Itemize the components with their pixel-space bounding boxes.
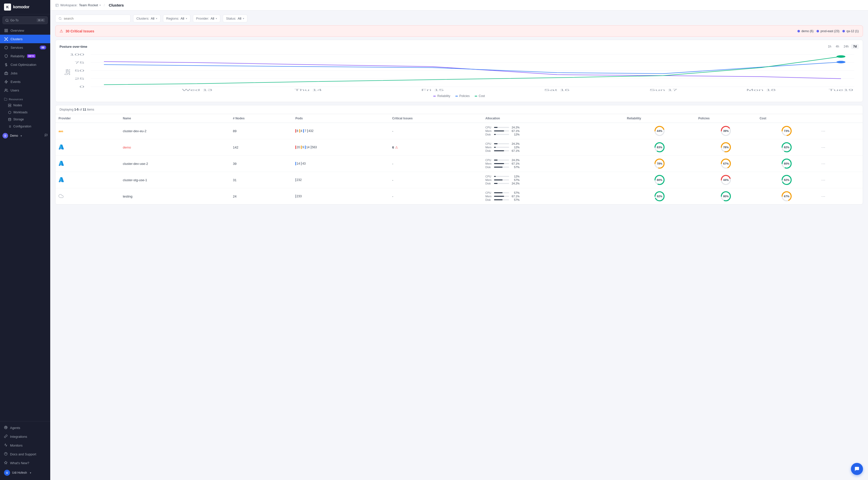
sidebar-item-users[interactable]: Users bbox=[0, 86, 50, 94]
sidebar-item-workloads[interactable]: Workloads bbox=[0, 109, 50, 116]
pods-cell-container: 20914563 bbox=[292, 139, 389, 155]
sidebar-item-clusters[interactable]: Clusters bbox=[0, 35, 50, 43]
cluster-name: testing bbox=[123, 194, 132, 198]
svg-text:Thu 14: Thu 14 bbox=[294, 89, 322, 92]
svg-rect-35 bbox=[56, 4, 59, 6]
pods-cell-container: 232 bbox=[292, 172, 389, 188]
allocation-cell-container: CPU 24.2% Mem 12% Disk 67.1% bbox=[483, 139, 624, 155]
services-label: Services bbox=[10, 46, 23, 50]
workspace-section[interactable]: D Demo ▾ bbox=[0, 131, 50, 141]
row-more-button[interactable]: ⋯ bbox=[820, 160, 827, 167]
donut-chart: 67% bbox=[781, 191, 792, 202]
critical-issues-banner: ⚠ 30 Critical Issues demo (6) prod-east … bbox=[55, 25, 863, 37]
services-badge: 88 bbox=[40, 46, 46, 50]
svg-line-12 bbox=[6, 38, 7, 38]
no-critical: - bbox=[392, 162, 393, 166]
sidebar-item-configuration[interactable]: Configuration bbox=[0, 123, 50, 130]
critical-cluster-demo[interactable]: demo (6) bbox=[798, 29, 813, 33]
cluster-name-link[interactable]: demo bbox=[123, 146, 131, 149]
sidebar-item-whats-new[interactable]: What's New? bbox=[0, 459, 50, 468]
sidebar-item-docs[interactable]: Docs and Support bbox=[0, 450, 50, 459]
sidebar-item-reliability[interactable]: Reliability BETA bbox=[0, 52, 50, 60]
table-row: testing 24 233 - CPU 57% Mem 67.1% Disk … bbox=[56, 188, 863, 205]
status-filter-value: All bbox=[238, 17, 241, 20]
sidebar-item-integrations[interactable]: Integrations bbox=[0, 432, 50, 441]
donut-value: 44% bbox=[657, 129, 662, 132]
cost-legend-dot bbox=[475, 96, 477, 96]
critical-cluster-prod-east[interactable]: prod-east (23) bbox=[816, 29, 839, 33]
keyboard-shortcut: ⌘+K bbox=[37, 18, 45, 22]
cost-cell: 67% bbox=[756, 188, 816, 205]
sidebar-item-monitors[interactable]: Monitors bbox=[0, 441, 50, 450]
allocation-cell-container: CPU 57% Mem 67.1% Disk 57% bbox=[483, 188, 624, 205]
svg-text:75: 75 bbox=[74, 61, 84, 64]
chart-header: Posture over-time 1h 4h 24h 7d bbox=[60, 44, 859, 49]
legend-reliability: Reliability bbox=[433, 94, 450, 98]
regions-filter[interactable]: Regions: All ▾ bbox=[163, 14, 190, 22]
critical-warning-icon: ⚠ bbox=[60, 29, 63, 33]
nodes-cell: 142 bbox=[230, 139, 292, 155]
user-row[interactable]: U Udi Hofesh ▾ bbox=[0, 468, 50, 478]
reliability-legend-dot bbox=[433, 96, 436, 96]
donut-value: 78% bbox=[657, 162, 662, 165]
svg-point-0 bbox=[6, 19, 8, 21]
donut-chart: 78% bbox=[720, 142, 732, 153]
donut-chart: 39% bbox=[720, 125, 732, 137]
row-more-button[interactable]: ⋯ bbox=[820, 128, 827, 134]
status-filter[interactable]: Status: All ▾ bbox=[223, 14, 247, 22]
sidebar-item-cost[interactable]: Cost Optimization bbox=[0, 60, 50, 69]
search-input[interactable] bbox=[64, 17, 127, 20]
sidebar-item-overview[interactable]: Overview bbox=[0, 26, 50, 35]
filters-row: Clusters: All ▾ Regions: All ▾ Provider:… bbox=[55, 14, 863, 22]
search-filter[interactable] bbox=[55, 14, 131, 22]
sidebar-item-storage[interactable]: Storage bbox=[0, 116, 50, 123]
sidebar-item-jobs[interactable]: Jobs bbox=[0, 69, 50, 78]
regions-filter-label: Regions: bbox=[166, 17, 179, 20]
critical-cluster-qa-12[interactable]: qa-12 (1) bbox=[842, 29, 859, 33]
reliability-cell: 92% bbox=[624, 188, 695, 205]
main-area: Workspace: Team Rocket ▾ / Clusters Clus… bbox=[50, 0, 868, 480]
svg-marker-17 bbox=[4, 80, 7, 84]
reliability-icon bbox=[4, 54, 8, 58]
provider-filter[interactable]: Provider: All ▾ bbox=[193, 14, 220, 22]
time-7d-button[interactable]: 7d bbox=[851, 44, 859, 49]
cloud-provider-icon bbox=[59, 193, 64, 199]
chart-container: 100 75 50 25 0 Score Wed 13 Thu 14 bbox=[60, 52, 859, 92]
time-24h-button[interactable]: 24h bbox=[842, 44, 851, 49]
time-4h-button[interactable]: 4h bbox=[834, 44, 841, 49]
beta-badge: BETA bbox=[27, 54, 36, 58]
pods-cell: 1443 bbox=[296, 162, 386, 166]
donut-value: 67% bbox=[723, 162, 728, 165]
svg-point-7 bbox=[4, 37, 5, 38]
table-row: cluster-stg-use-1 31 232 - CPU 12% Mem 5… bbox=[56, 172, 863, 188]
sidebar-item-services[interactable]: Services 88 bbox=[0, 43, 50, 52]
sidebar-item-nodes[interactable]: Nodes bbox=[0, 102, 50, 109]
clusters-filter[interactable]: Clusters: All ▾ bbox=[133, 14, 160, 22]
sidebar-item-events[interactable]: Events bbox=[0, 78, 50, 86]
goto-button[interactable]: Go-To ⌘+K bbox=[2, 16, 48, 24]
topbar: Workspace: Team Rocket ▾ / Clusters bbox=[50, 0, 868, 10]
sidebar-item-agents[interactable]: Agents bbox=[0, 423, 50, 432]
donut-value: 78% bbox=[723, 146, 728, 149]
resources-label: Resources bbox=[9, 98, 23, 101]
row-more-button[interactable]: ⋯ bbox=[820, 144, 827, 151]
docs-label: Docs and Support bbox=[10, 452, 36, 456]
overview-icon bbox=[4, 28, 8, 32]
policies-cell: 67% bbox=[695, 155, 756, 172]
clusters-filter-label: Clusters: bbox=[136, 17, 149, 20]
row-more-button[interactable]: ⋯ bbox=[820, 193, 827, 200]
provider-cell bbox=[56, 172, 120, 188]
name-cell: cluster-stg-use-1 bbox=[120, 172, 230, 188]
cost-cell: 73% bbox=[756, 123, 816, 139]
nodes-cell: 89 bbox=[230, 123, 292, 139]
row-more-button[interactable]: ⋯ bbox=[820, 177, 827, 183]
events-label: Events bbox=[10, 80, 21, 84]
content-area: Clusters: All ▾ Regions: All ▾ Provider:… bbox=[50, 10, 868, 480]
time-1h-button[interactable]: 1h bbox=[826, 44, 833, 49]
svg-point-6 bbox=[5, 38, 6, 39]
chat-button[interactable] bbox=[851, 463, 863, 475]
cost-cell: 92% bbox=[756, 172, 816, 188]
svg-point-9 bbox=[4, 40, 5, 41]
workspace-avatar: D bbox=[2, 133, 8, 139]
critical-cell-container: - bbox=[389, 155, 482, 172]
